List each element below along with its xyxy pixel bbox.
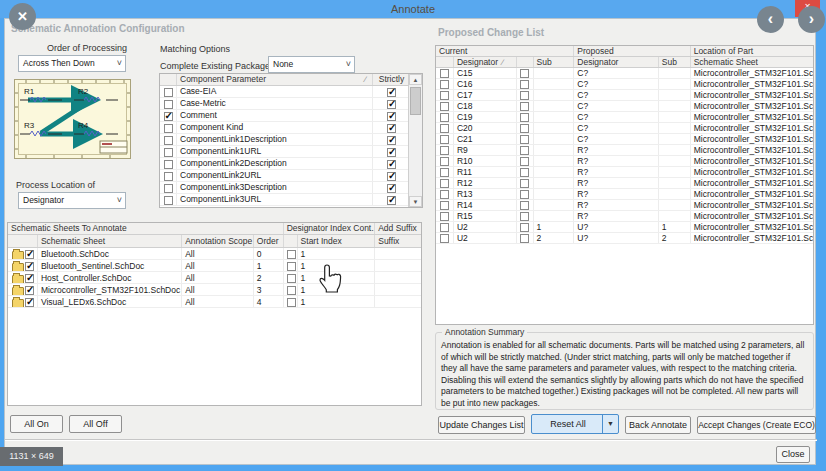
parameter-row[interactable]: ComponentLink2Description [160, 158, 422, 170]
order-column-header[interactable]: Order [254, 235, 284, 247]
strictly-checkbox[interactable] [387, 184, 396, 193]
scrollbar-thumb[interactable] [410, 87, 421, 115]
sub-checkbox[interactable] [520, 179, 529, 188]
parameter-checkbox[interactable] [164, 88, 173, 97]
current-designator-column-header[interactable]: Designator∕ [454, 57, 517, 67]
row-checkbox[interactable] [440, 113, 449, 122]
parameter-row[interactable]: ComponentLink2URL [160, 170, 422, 182]
sub-checkbox[interactable] [520, 113, 529, 122]
change-row[interactable]: C18C?Microcontroller_STM32F101.SchDoc [436, 101, 813, 112]
overlay-close-button[interactable]: ✕ [9, 3, 36, 30]
change-row[interactable]: C16C?Microcontroller_STM32F101.SchDoc [436, 79, 813, 90]
sheet-column-header[interactable]: Schematic Sheet [691, 57, 813, 67]
row-checkbox[interactable] [440, 91, 449, 100]
param-checkbox-column-header[interactable] [160, 74, 177, 85]
close-button[interactable]: Close [776, 446, 810, 463]
sheet-enabled-checkbox[interactable] [25, 250, 34, 259]
reset-all-button[interactable]: Reset All▼ [531, 414, 619, 434]
parameter-checkbox[interactable] [164, 184, 173, 193]
current-sub-column-header[interactable]: Sub [534, 57, 575, 67]
sheet-enabled-checkbox[interactable] [25, 286, 34, 295]
nav-back-button[interactable]: ‹ [757, 6, 784, 33]
sheet-row[interactable]: Host_Controller.SchDocAll21 [8, 272, 421, 284]
suffix-column-header[interactable]: Suffix [375, 235, 421, 247]
sub-checkbox[interactable] [520, 223, 529, 232]
row-checkbox[interactable] [440, 212, 449, 221]
sheet-enabled-checkbox[interactable] [25, 274, 34, 283]
strictly-checkbox[interactable] [387, 124, 396, 133]
sheet-row[interactable]: Bluetooth.SchDocAll01 [8, 248, 421, 260]
sub-checkbox[interactable] [520, 102, 529, 111]
row-checkbox[interactable] [440, 157, 449, 166]
back-annotate-button[interactable]: Back Annotate [625, 416, 691, 434]
row-checkbox[interactable] [440, 179, 449, 188]
sub-checkbox[interactable] [520, 91, 529, 100]
parameter-checkbox[interactable] [164, 124, 173, 133]
process-location-select[interactable]: Designator ˅ [18, 192, 126, 209]
strictly-checkbox[interactable] [387, 196, 396, 205]
row-checkbox[interactable] [440, 201, 449, 210]
start-index-checkbox[interactable] [287, 298, 296, 307]
change-row[interactable]: R13R?Microcontroller_STM32F101.SchDoc [436, 189, 813, 200]
strictly-checkbox[interactable] [387, 112, 396, 121]
row-checkbox[interactable] [440, 234, 449, 243]
sub-checkbox[interactable] [520, 157, 529, 166]
sheet-enabled-checkbox[interactable] [25, 262, 34, 271]
row-checkbox[interactable] [440, 124, 449, 133]
row-checkbox[interactable] [440, 135, 449, 144]
parameter-row[interactable]: Component Kind [160, 122, 422, 134]
strictly-checkbox[interactable] [387, 88, 396, 97]
change-row[interactable]: C17C?Microcontroller_STM32F101.SchDoc [436, 90, 813, 101]
start-index-checkbox[interactable] [287, 274, 296, 283]
row-checkbox[interactable] [440, 168, 449, 177]
change-row[interactable]: C15C?Microcontroller_STM32F101.SchDoc [436, 68, 813, 79]
parameter-checkbox[interactable] [164, 148, 173, 157]
strictly-checkbox[interactable] [387, 172, 396, 181]
nav-forward-button[interactable]: › [798, 6, 825, 33]
parameter-checkbox[interactable] [164, 172, 173, 181]
reset-all-dropdown-icon[interactable]: ▼ [602, 415, 618, 433]
sub-checkbox[interactable] [520, 80, 529, 89]
sheet-row[interactable]: Bluetooth_Sentinel.SchDocAll11 [8, 260, 421, 272]
change-row[interactable]: C21C?Microcontroller_STM32F101.SchDoc [436, 134, 813, 145]
start-index-column-header[interactable]: Start Index [298, 235, 376, 247]
parameter-checkbox[interactable] [164, 136, 173, 145]
sub-checkbox[interactable] [520, 124, 529, 133]
scope-column-header[interactable]: Annotation Scope [182, 235, 254, 247]
all-off-button[interactable]: All Off [69, 415, 122, 433]
sub-checkbox[interactable] [520, 135, 529, 144]
parameter-row[interactable]: ComponentLink1Description [160, 134, 422, 146]
change-row[interactable]: C19C?Microcontroller_STM32F101.SchDoc [436, 112, 813, 123]
strictly-checkbox[interactable] [387, 160, 396, 169]
row-checkbox[interactable] [440, 102, 449, 111]
sheet-row[interactable]: Visual_LEDx6.SchDocAll41 [8, 296, 421, 308]
row-checkbox[interactable] [440, 146, 449, 155]
sub-checkbox[interactable] [520, 212, 529, 221]
proposed-sub-column-header[interactable]: Sub [659, 57, 691, 67]
matching-table-scrollbar[interactable]: ▲ ▼ [408, 74, 422, 207]
row-checkbox[interactable] [440, 69, 449, 78]
parameter-checkbox[interactable] [164, 112, 173, 121]
parameter-row[interactable]: Comment [160, 110, 422, 122]
strictly-checkbox[interactable] [387, 100, 396, 109]
change-row[interactable]: C20C?Microcontroller_STM32F101.SchDoc [436, 123, 813, 134]
parameter-checkbox[interactable] [164, 160, 173, 169]
parameter-checkbox[interactable] [164, 100, 173, 109]
start-index-checkbox[interactable] [287, 286, 296, 295]
row-checkbox[interactable] [440, 190, 449, 199]
sheet-column-header[interactable]: Schematic Sheet [38, 235, 182, 247]
change-row[interactable]: U22U?2Microcontroller_STM32F101.SchDoc [436, 233, 813, 244]
parameter-row[interactable]: Case-Metric [160, 98, 422, 110]
start-index-checkbox[interactable] [287, 262, 296, 271]
change-row[interactable]: R11R?Microcontroller_STM32F101.SchDoc [436, 167, 813, 178]
sheet-row[interactable]: Microcontroller_STM32F101.SchDocAll31 [8, 284, 421, 296]
parameter-checkbox[interactable] [164, 196, 173, 205]
sub-checkbox[interactable] [520, 190, 529, 199]
change-row[interactable]: R12R?Microcontroller_STM32F101.SchDoc [436, 178, 813, 189]
change-row[interactable]: R9R?Microcontroller_STM32F101.SchDoc [436, 145, 813, 156]
parameter-row[interactable]: ComponentLink1URL [160, 146, 422, 158]
change-row[interactable]: R15R?Microcontroller_STM32F101.SchDoc [436, 211, 813, 222]
order-of-processing-select[interactable]: Across Then Down ˅ [18, 55, 126, 72]
accept-changes-button[interactable]: Accept Changes (Create ECO) [697, 416, 816, 434]
strictly-checkbox[interactable] [387, 136, 396, 145]
